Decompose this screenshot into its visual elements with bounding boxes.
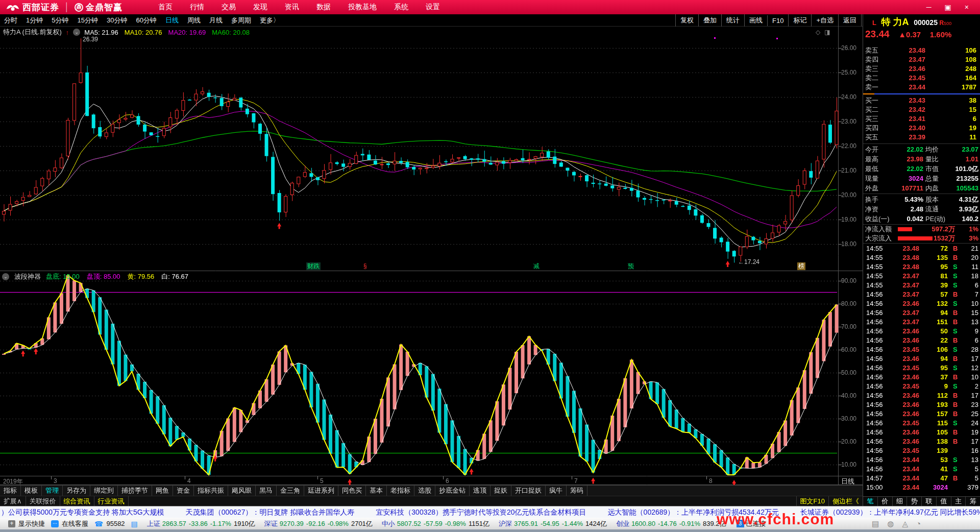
tape-side: S xyxy=(953,455,959,465)
menu-item-投教基地[interactable]: 投教基地 xyxy=(348,3,377,12)
candlestick-chart-canvas[interactable] xyxy=(0,27,863,485)
info-tab-行业资讯[interactable]: 行业资讯 xyxy=(94,496,129,506)
indicator-tab-基本[interactable]: 基本 xyxy=(366,486,387,496)
quote-tab-势[interactable]: 势 xyxy=(907,497,922,506)
indicator-tab-逃顶[interactable]: 逃顶 xyxy=(470,486,491,496)
period-tab-60分钟[interactable]: 60分钟 xyxy=(136,16,156,25)
chat-service-label[interactable]: 在线客服 xyxy=(62,519,88,528)
chart-button-叠加[interactable]: 叠加 xyxy=(698,14,721,27)
chart-button-F10[interactable]: F10 xyxy=(767,15,788,26)
indicator-tab-另存为[interactable]: 另存为 xyxy=(63,486,90,496)
tape-row: 14:5623.4513916 xyxy=(863,446,980,455)
period-tab-分时[interactable]: 分时 xyxy=(4,16,17,25)
quote-tab-值[interactable]: 值 xyxy=(937,497,951,506)
indicator-tab-筹码[interactable]: 筹码 xyxy=(567,486,587,496)
indicator-tab-选股[interactable]: 选股 xyxy=(414,486,435,496)
indicator-tab-老指标[interactable]: 老指标 xyxy=(387,486,414,496)
period-tab-15分钟[interactable]: 15分钟 xyxy=(77,16,97,25)
indicator-tab-抄底金钻[interactable]: 抄底金钻 xyxy=(435,486,470,496)
search-icon[interactable]: ◍ xyxy=(887,519,894,528)
bell-icon[interactable]: ◔ xyxy=(916,519,921,528)
menu-item-行情[interactable]: 行情 xyxy=(190,3,204,12)
menu-item-系统[interactable]: 系统 xyxy=(394,3,408,12)
period-tab-月线[interactable]: 月线 xyxy=(209,16,223,25)
quote-tab-价[interactable]: 价 xyxy=(878,497,893,506)
quick-launch-icon[interactable]: + xyxy=(8,520,15,527)
indicator-tab-模板[interactable]: 模板 xyxy=(21,486,42,496)
menu-item-数据[interactable]: 数据 xyxy=(316,3,331,12)
event-badge-§[interactable]: § xyxy=(362,262,368,270)
tape-row: 14:5523.4739S6 xyxy=(863,281,980,290)
period-tab-1分钟[interactable]: 1分钟 xyxy=(26,16,43,25)
tape-row: 14:5723.4447B5 xyxy=(863,474,980,483)
period-tab-5分钟[interactable]: 5分钟 xyxy=(52,16,68,25)
event-badge-减[interactable]: 减 xyxy=(532,262,541,270)
menu-item-发现[interactable]: 发现 xyxy=(253,3,267,12)
detail-value: 0.042 xyxy=(884,214,923,224)
menu-item-设置[interactable]: 设置 xyxy=(426,3,440,12)
indicator-tab-网鱼[interactable]: 网鱼 xyxy=(152,486,173,496)
indicator-tab-金三角[interactable]: 金三角 xyxy=(277,486,304,496)
side-button-图文F10[interactable]: 图文F10 xyxy=(796,496,828,506)
chat-service-icon[interactable]: ⋯ xyxy=(51,520,59,527)
tape-time: 14:56 xyxy=(866,345,883,354)
menu-item-首页[interactable]: 首页 xyxy=(158,3,173,12)
info-tab-关联报价[interactable]: 关联报价 xyxy=(26,496,60,506)
indicator-tab-疯牛[interactable]: 疯牛 xyxy=(546,486,567,496)
margin-tag-sub: 500 xyxy=(944,21,951,26)
detail-label: 今开 xyxy=(865,145,878,154)
period-tab-多周期[interactable]: 多周期 xyxy=(231,16,251,25)
indicator-tab-指标[interactable]: 指标 xyxy=(0,486,21,496)
chart-button-标记[interactable]: 标记 xyxy=(788,14,811,27)
indicator-tab-开口捉妖[interactable]: 开口捉妖 xyxy=(511,486,546,496)
quote-tab-联[interactable]: 联 xyxy=(922,497,937,506)
chart-button-返回[interactable]: 返回 xyxy=(838,14,862,27)
minimize-button[interactable]: ─ xyxy=(926,3,932,11)
menu-item-交易[interactable]: 交易 xyxy=(222,3,236,12)
indicator-tab-strip: 指标模板管理另存为绑定到捕捞季节网鱼资金指标共振飓风眼黑马金三角廷进系列同色买基… xyxy=(0,485,863,496)
indicator-tab-资金[interactable]: 资金 xyxy=(173,486,194,496)
indicator-tab-同色买[interactable]: 同色买 xyxy=(338,486,366,496)
menu-item-资讯[interactable]: 资讯 xyxy=(285,3,299,12)
indicator-tab-黑马[interactable]: 黑马 xyxy=(256,486,277,496)
indicator-tab-绑定到[interactable]: 绑定到 xyxy=(90,486,118,496)
info-tab-综合资讯[interactable]: 综合资讯 xyxy=(60,496,94,506)
maximize-button[interactable]: ▣ xyxy=(945,3,951,11)
quote-tab-细[interactable]: 细 xyxy=(893,497,908,506)
book-label: 买一 xyxy=(865,96,878,105)
quick-launch-label[interactable]: 显示快捷 xyxy=(18,519,45,528)
chart-button-复权[interactable]: 复权 xyxy=(675,14,698,27)
indicator-tab-捉妖[interactable]: 捉妖 xyxy=(491,486,511,496)
chart-button-画线[interactable]: 画线 xyxy=(744,14,767,27)
indicator-tab-飓风眼[interactable]: 飓风眼 xyxy=(228,486,256,496)
quote-tab-主[interactable]: 主 xyxy=(951,497,966,506)
period-tab-30分钟[interactable]: 30分钟 xyxy=(107,16,127,25)
diamond-marker-icon[interactable]: ◇ xyxy=(816,29,820,36)
indicator-chevron-icon[interactable]: ⌄ xyxy=(2,273,9,280)
indicator-tab-捕捞季节[interactable]: 捕捞季节 xyxy=(118,486,152,496)
chevron-down-icon[interactable]: ⌄ xyxy=(73,29,80,36)
side-button-侧边栏《[interactable]: 侧边栏《 xyxy=(828,496,863,506)
info-tab-扩展∧[interactable]: 扩展∧ xyxy=(0,496,26,506)
chart-button-统计[interactable]: 统计 xyxy=(721,14,744,27)
event-badge-财跌[interactable]: 财跌 xyxy=(306,262,321,270)
tape-side: S xyxy=(953,465,959,474)
buy-row: 买一23.4338 xyxy=(863,96,980,105)
period-tab-更多〉[interactable]: 更多〉 xyxy=(260,16,280,25)
keyboard-icon[interactable]: ▤ xyxy=(872,519,879,528)
indicator-tab-管理[interactable]: 管理 xyxy=(42,486,63,496)
period-tab-周线[interactable]: 周线 xyxy=(187,16,201,25)
quote-tab-笔[interactable]: 笔 xyxy=(863,497,878,506)
send-icon[interactable]: ◬ xyxy=(902,519,908,528)
quote-tab-筹[interactable]: 筹 xyxy=(966,497,980,506)
chart-button-+自选[interactable]: +自选 xyxy=(811,14,838,27)
event-badge-榜[interactable]: 榜 xyxy=(797,262,805,270)
indicator-tab-指标共振[interactable]: 指标共振 xyxy=(194,486,228,496)
period-tab-日线[interactable]: 日线 xyxy=(165,16,179,25)
low-annotation: ←17.24 xyxy=(738,258,760,265)
indicator-tab-廷进系列[interactable]: 廷进系列 xyxy=(304,486,338,496)
close-button[interactable]: × xyxy=(965,3,969,11)
event-badge-预[interactable]: 预 xyxy=(627,262,635,270)
split-panel-icon[interactable]: ◨ xyxy=(824,29,830,36)
tape-row: 14:5523.48135B20 xyxy=(863,253,980,262)
